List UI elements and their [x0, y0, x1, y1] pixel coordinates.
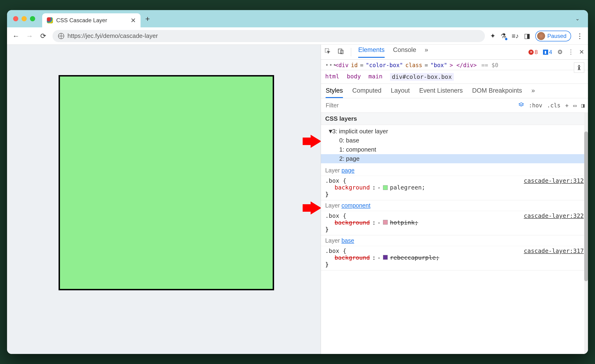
browser-window: CSS Cascade Layer ✕ + ⌄ ← → ⟳ https://je…: [7, 10, 588, 354]
devtools-panel: Elements Console » ✕8 ▮4 ⚙ ⋮ ✕ ••• <div …: [321, 45, 588, 354]
declaration-overridden[interactable]: background: ▸ rebeccapurple;: [325, 254, 584, 261]
close-window-btn[interactable]: [13, 16, 18, 21]
device-toggle-icon[interactable]: [338, 48, 344, 56]
layers-toggle-icon[interactable]: [518, 102, 524, 109]
new-tab-button[interactable]: +: [145, 14, 150, 23]
layer-tree-item[interactable]: 1: component: [325, 145, 584, 154]
devtools-menu-icon[interactable]: ⋮: [568, 48, 574, 56]
toolbar-icons: ✦ ⚗ ≡♪ ◨ Paused ⋮: [490, 31, 583, 41]
layer-tree-root[interactable]: ▼3: implicit outer layer: [325, 127, 584, 136]
elements-selected-row[interactable]: ••• <div id="color-box" class="box" > </…: [321, 60, 588, 70]
settings-icon[interactable]: ⚙: [557, 48, 563, 56]
scrollbar[interactable]: [584, 113, 588, 354]
content-area: Elements Console » ✕8 ▮4 ⚙ ⋮ ✕ ••• <div …: [7, 45, 588, 354]
crumb-body[interactable]: body: [347, 73, 361, 81]
cls-button[interactable]: .cls: [547, 102, 560, 109]
layer-label: Layer base: [321, 235, 588, 246]
profile-paused-pill[interactable]: Paused: [535, 31, 571, 41]
favicon: [47, 17, 53, 23]
new-rule-button[interactable]: +: [565, 102, 568, 109]
source-link[interactable]: cascade-layer:317: [524, 247, 584, 254]
crumb-html[interactable]: html: [325, 73, 339, 81]
browser-tab[interactable]: CSS Cascade Layer ✕: [42, 13, 141, 27]
color-box-element[interactable]: [59, 75, 274, 290]
source-link[interactable]: cascade-layer:312: [524, 177, 584, 184]
inspect-icon[interactable]: [325, 48, 331, 56]
url-text: https://jec.fyi/demo/cascade-layer: [67, 32, 158, 40]
errors-badge[interactable]: ✕8: [528, 49, 538, 55]
accessibility-icon[interactable]: [574, 62, 584, 73]
color-swatch[interactable]: [383, 185, 388, 190]
crumb-main[interactable]: main: [368, 73, 382, 81]
issues-badge[interactable]: ▮4: [543, 49, 552, 55]
extensions-icon[interactable]: ✦: [490, 32, 496, 40]
layer-link[interactable]: base: [341, 237, 354, 244]
close-tab-icon[interactable]: ✕: [130, 17, 136, 24]
address-bar: ← → ⟳ https://jec.fyi/demo/cascade-layer…: [7, 27, 588, 45]
device-preview-icon[interactable]: ▭: [573, 102, 576, 109]
forward-button[interactable]: →: [25, 32, 34, 40]
color-swatch[interactable]: [383, 255, 388, 260]
reload-button[interactable]: ⟳: [39, 32, 47, 40]
css-layers-header: CSS layers: [321, 113, 588, 125]
layer-label: Layer component: [321, 200, 588, 211]
color-swatch[interactable]: [383, 220, 388, 225]
tab-title: CSS Cascade Layer: [56, 17, 127, 24]
tab-layout[interactable]: Layout: [391, 87, 410, 98]
layer-label: Layer page: [321, 165, 588, 176]
declaration-overridden[interactable]: background: ▸ hotpink;: [325, 219, 584, 226]
labs-icon[interactable]: ⚗: [501, 32, 506, 40]
source-link[interactable]: cascade-layer:322: [524, 213, 584, 219]
annotation-arrow-icon: [311, 135, 321, 148]
styles-toolbar: :hov .cls + ▭ ◨: [321, 98, 588, 113]
tab-styles[interactable]: Styles: [326, 87, 343, 98]
tab-elements[interactable]: Elements: [358, 46, 385, 58]
svg-point-3: [578, 65, 580, 66]
ellipsis-icon[interactable]: •••: [325, 62, 337, 69]
style-rule: Layer component .box { cascade-layer:322…: [321, 200, 588, 235]
close-devtools-icon[interactable]: ✕: [579, 48, 584, 56]
tab-bar: CSS Cascade Layer ✕ + ⌄: [7, 10, 588, 27]
window-controls: [13, 16, 35, 21]
styles-body: CSS layers ▼3: implicit outer layer 0: b…: [321, 113, 588, 354]
avatar: [537, 32, 545, 40]
playlist-icon[interactable]: ≡♪: [512, 32, 519, 40]
style-rule: Layer page .box { cascade-layer:312 back…: [321, 165, 588, 200]
layer-link[interactable]: page: [341, 167, 355, 174]
devtools-tabs: Elements Console »: [358, 46, 428, 58]
url-field[interactable]: https://jec.fyi/demo/cascade-layer: [52, 30, 485, 42]
hov-button[interactable]: :hov: [529, 102, 542, 109]
scrollbar-thumb[interactable]: [584, 131, 588, 281]
layer-tree-item[interactable]: 0: base: [325, 136, 584, 145]
tab-dom-breakpoints[interactable]: DOM Breakpoints: [472, 87, 522, 98]
selector[interactable]: .box {: [325, 247, 346, 254]
layer-tree-item-selected[interactable]: 2: page: [321, 154, 588, 163]
tabs-menu-icon[interactable]: ⌄: [575, 16, 580, 21]
page-viewport: [7, 45, 321, 354]
crumb-selected[interactable]: div#color-box.box: [390, 73, 454, 81]
annotation-arrow-icon: [311, 201, 321, 214]
breadcrumb: html body main div#color-box.box: [321, 70, 588, 84]
browser-menu-icon[interactable]: ⋮: [576, 32, 583, 40]
tab-styles-more[interactable]: »: [531, 87, 535, 98]
selector[interactable]: .box {: [325, 213, 346, 219]
declaration[interactable]: background: ▸ palegreen;: [325, 184, 584, 191]
tab-event-listeners[interactable]: Event Listeners: [419, 87, 463, 98]
tab-console[interactable]: Console: [393, 46, 416, 58]
minimize-window-btn[interactable]: [21, 16, 27, 21]
style-rule: Layer base .box { cascade-layer:317 back…: [321, 235, 588, 270]
maximize-window-btn[interactable]: [30, 16, 35, 21]
paused-label: Paused: [547, 33, 567, 39]
tab-computed[interactable]: Computed: [352, 87, 382, 98]
layer-link[interactable]: component: [341, 202, 371, 209]
back-button[interactable]: ←: [12, 32, 20, 40]
site-info-icon[interactable]: [58, 33, 64, 39]
selector[interactable]: .box {: [325, 177, 346, 184]
styles-tabs: Styles Computed Layout Event Listeners D…: [321, 84, 588, 98]
svg-rect-1: [338, 49, 342, 53]
sidebar-toggle-icon[interactable]: ◨: [581, 102, 585, 109]
filter-input[interactable]: [324, 100, 514, 111]
devtools-toolbar: Elements Console » ✕8 ▮4 ⚙ ⋮ ✕: [321, 45, 588, 60]
panel-icon[interactable]: ◨: [524, 32, 530, 40]
tab-more[interactable]: »: [425, 46, 428, 58]
